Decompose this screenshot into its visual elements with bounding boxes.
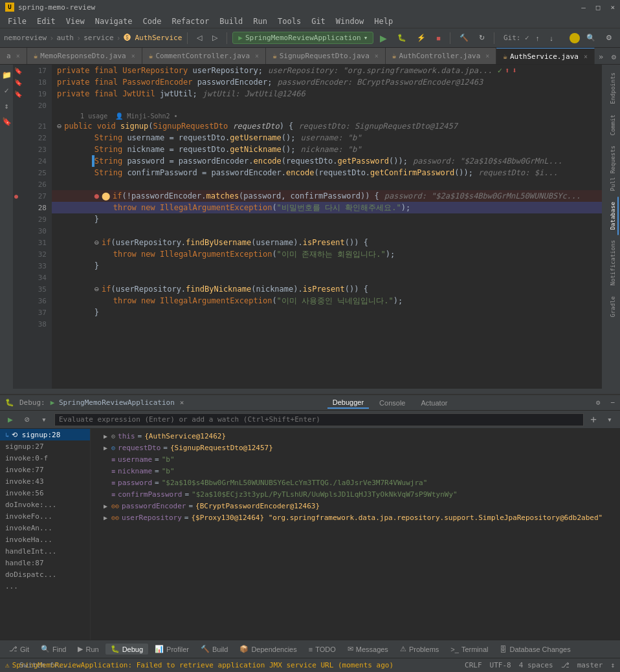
stack-item-doinvoke[interactable]: doInvoke:...	[0, 499, 90, 510]
sidebar-tab-gradle[interactable]: Gradle	[608, 291, 619, 323]
code-editor[interactable]: private final UserRepository userReposit…	[52, 65, 602, 389]
var-requestDto[interactable]: ▶ ⊙ requestDto = {SignupRequestDto@12457…	[91, 442, 620, 453]
tab-memo-close[interactable]: ×	[131, 52, 135, 60]
resume-btn[interactable]: ▶	[4, 413, 17, 426]
forward-btn[interactable]: ▷	[208, 32, 221, 43]
tab-auth-ctrl-close[interactable]: ×	[485, 52, 489, 60]
stack-item-invoke43[interactable]: invoke:43	[0, 475, 90, 487]
menu-refactor[interactable]: Refactor	[166, 16, 214, 27]
menu-run[interactable]: Run	[248, 16, 272, 27]
menu-view[interactable]: View	[61, 16, 90, 27]
menu-edit[interactable]: Edit	[32, 16, 61, 27]
find-tool-btn[interactable]: 🔍 Find	[36, 644, 71, 655]
stack-item-signup28[interactable]: ↳ ⟲ signup:28	[0, 429, 90, 440]
dependencies-tool-btn[interactable]: 📦 Dependencies	[234, 644, 302, 655]
var-userRepository[interactable]: ▶ ⊙⊙ userRepository = {$Proxy130@12464} …	[91, 512, 620, 523]
debug-chevron-down[interactable]: ▾	[603, 413, 616, 426]
breadcrumb-service[interactable]: service	[83, 34, 113, 42]
build-tool-btn[interactable]: 🔨 Build	[195, 644, 233, 655]
stack-item-invokeha[interactable]: invokeHa...	[0, 534, 90, 545]
dropdown-btn[interactable]: ▾	[38, 413, 50, 426]
tab-overflow[interactable]: »	[595, 50, 607, 64]
menu-build[interactable]: Build	[214, 16, 248, 27]
tab-auth-controller[interactable]: ☕ AuthController.java ×	[386, 48, 497, 64]
menu-window[interactable]: Window	[331, 16, 369, 27]
stack-item-invoke0[interactable]: invoke:0-f	[0, 452, 90, 464]
sidebar-project-icon[interactable]: 📁	[1, 70, 12, 80]
run-tool-btn[interactable]: ▶ Run	[72, 644, 104, 655]
stack-item-invokean[interactable]: invokeAn...	[0, 522, 90, 534]
stop-btn[interactable]: ■	[432, 33, 445, 43]
var-this[interactable]: ▶ ⊙ this = {AuthService@12462}	[91, 430, 620, 442]
horizontal-scrollbar[interactable]	[0, 389, 620, 394]
todo-tool-btn[interactable]: ≡ TODO	[304, 644, 341, 655]
tab-comment-close[interactable]: ×	[255, 52, 259, 60]
back-btn[interactable]: ◁	[193, 32, 206, 43]
stack-item-invoke77[interactable]: invoke:77	[0, 464, 90, 475]
debug-settings-icon[interactable]: ⚙	[596, 398, 601, 407]
var-passwordEncoder[interactable]: ▶ ⊙⊙ passwordEncoder = {BCryptPasswordEn…	[91, 500, 620, 512]
profiler-tool-btn[interactable]: 📊 Profiler	[149, 644, 194, 655]
var-nickname[interactable]: ≡ nickname = "b"	[91, 465, 620, 477]
git-push-btn[interactable]: ↑	[532, 33, 544, 43]
run-with-coverage-btn[interactable]: ⚡	[413, 32, 430, 43]
menu-help[interactable]: Help	[369, 16, 398, 27]
stack-item-handle87[interactable]: handle:87	[0, 557, 90, 569]
add-watch-btn[interactable]: +	[588, 413, 599, 426]
debug-tab-console[interactable]: Console	[374, 398, 410, 408]
debug-minimize-icon[interactable]: −	[610, 398, 615, 407]
git-tool-btn[interactable]: ⎇ Git	[4, 644, 34, 655]
debug-tab-actuator[interactable]: Actuator	[415, 398, 452, 408]
tab-a-close[interactable]: ×	[16, 52, 20, 60]
var-username[interactable]: ≡ username = "b"	[91, 453, 620, 465]
settings-btn[interactable]: ⚙	[602, 32, 616, 43]
sidebar-tab-commit[interactable]: Commit	[608, 109, 619, 141]
maximize-btn[interactable]: □	[596, 3, 601, 12]
tab-memo[interactable]: ☕ MemoResponseDto.java ×	[27, 48, 142, 64]
tab-comment[interactable]: ☕ CommentController.java ×	[142, 48, 266, 64]
breadcrumb-class[interactable]: 🅢 AuthService	[124, 34, 182, 42]
var-confirmPassword[interactable]: ≡ confirmPassword = "$2a$10$ECjz3t3ypL/P…	[91, 488, 620, 500]
stack-item-ellipsis[interactable]: ...	[0, 580, 90, 592]
build-btn[interactable]: 🔨	[456, 32, 472, 43]
tab-settings-icon[interactable]: ⚙	[608, 50, 620, 64]
debug-tab-debugger[interactable]: Debugger	[327, 397, 369, 409]
stack-item-dodispatch[interactable]: doDispatc...	[0, 569, 90, 580]
branch[interactable]: master	[577, 661, 603, 669]
sidebar-pullreq-icon[interactable]: ↕	[1, 101, 12, 111]
breadcrumb-auth[interactable]: auth	[56, 34, 74, 42]
encoding[interactable]: UTF-8	[490, 661, 511, 669]
run-btn[interactable]: ▶	[376, 32, 391, 45]
tab-a[interactable]: a ×	[0, 48, 27, 64]
tab-signup-close[interactable]: ×	[375, 52, 379, 60]
sidebar-tab-endpoints[interactable]: Endpoints	[608, 67, 619, 109]
messages-tool-btn[interactable]: ✉ Messages	[342, 644, 393, 655]
sidebar-tab-pull-requests[interactable]: Pull Requests	[608, 140, 619, 196]
run-config[interactable]: ▶ SpringMemoReviewApplication ▾	[232, 32, 373, 44]
filter-btn[interactable]: ⊘	[21, 413, 34, 426]
debug-btn[interactable]: 🐛	[393, 32, 410, 43]
menu-file[interactable]: File	[3, 16, 32, 27]
sync-btn[interactable]: ↻	[475, 32, 489, 43]
tab-auth-service[interactable]: ☕ AuthService.java ×	[496, 48, 595, 64]
menu-navigate[interactable]: Navigate	[90, 16, 138, 27]
var-password[interactable]: ≡ password = "$2a$10$s4Bbw0GrMnL50WUNUBS…	[91, 477, 620, 488]
debug-tool-btn[interactable]: 🐛 Debug	[105, 644, 148, 655]
sidebar-bookmark-icon[interactable]: 🔖	[1, 116, 12, 127]
menu-git[interactable]: Git	[306, 16, 331, 27]
tab-signup[interactable]: ☕ SignupRequestDto.java ×	[266, 48, 386, 64]
line-ending[interactable]: CRLF	[465, 661, 482, 669]
search-everywhere-btn[interactable]: 🔍	[582, 32, 599, 43]
git-pull-btn[interactable]: ↓	[546, 33, 557, 43]
debug-close-btn[interactable]: ×	[180, 398, 184, 407]
db-changes-tool-btn[interactable]: 🗄 Database Changes	[494, 644, 575, 655]
stack-item-invoke56[interactable]: invoke:56	[0, 487, 90, 499]
sidebar-tab-database[interactable]: Database	[608, 197, 619, 235]
sidebar-commit-icon[interactable]: ✓	[1, 85, 12, 96]
breadcrumb-project[interactable]: nemoreview	[4, 34, 47, 42]
switch-label[interactable]: Switch fr...	[19, 661, 71, 669]
minimize-btn[interactable]: —	[581, 3, 586, 12]
stack-item-invokefo[interactable]: invokeFo...	[0, 510, 90, 522]
stack-item-signup27[interactable]: signup:27	[0, 440, 90, 452]
sidebar-tab-notifications[interactable]: Notifications	[608, 235, 619, 290]
